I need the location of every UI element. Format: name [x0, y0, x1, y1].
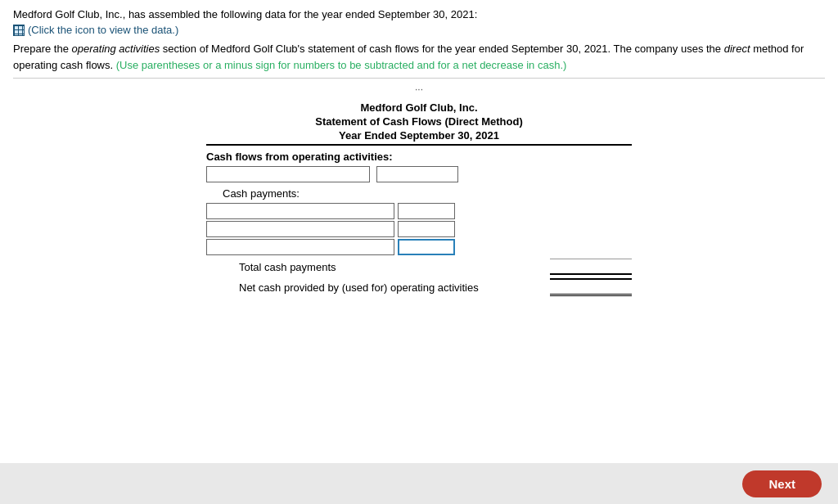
payment-amount-2[interactable]: [398, 221, 455, 237]
payment-amount-3[interactable]: [398, 239, 455, 255]
payment-label-3[interactable]: [206, 239, 394, 255]
receipts-amount-input[interactable]: [376, 166, 458, 182]
data-link[interactable]: (Click the icon to view the data.): [13, 24, 178, 36]
statement-date: Year Ended September 30, 2021: [206, 129, 632, 146]
payment-label-1[interactable]: [206, 203, 394, 219]
data-link-text: (Click the icon to view the data.): [28, 24, 178, 36]
intro-line1: Medford Golf Club, Inc., has assembled t…: [13, 8, 825, 20]
total-cash-payments-input[interactable]: [550, 259, 632, 275]
net-cash-input[interactable]: [550, 278, 632, 296]
payment-row-1: [206, 203, 632, 219]
payment-label-2[interactable]: [206, 221, 394, 237]
payments-block: [206, 203, 632, 255]
receipts-row: [206, 166, 632, 182]
instructions-part2: section of Medford Golf Club's statement…: [163, 43, 724, 55]
statement-container: Medford Golf Club, Inc. Statement of Cas…: [206, 101, 632, 296]
ellipsis-row: ···: [13, 83, 825, 95]
net-cash-label: Net cash provided by (used for) operatin…: [206, 281, 550, 294]
cash-payments-label: Cash payments:: [223, 187, 632, 200]
next-button[interactable]: Next: [742, 470, 822, 497]
receipts-label-input[interactable]: [206, 166, 370, 182]
ellipsis-text: ···: [415, 83, 423, 95]
total-cash-payments-label: Total cash payments: [206, 261, 550, 273]
operating-italic: operating activities: [72, 43, 160, 55]
payment-row-2: [206, 221, 632, 237]
total-cash-payments-row: Total cash payments: [206, 259, 632, 275]
footer: Next: [0, 463, 838, 504]
statement-title: Statement of Cash Flows (Direct Method): [206, 115, 632, 128]
payment-amount-1[interactable]: [398, 203, 455, 219]
top-divider: [13, 78, 825, 79]
grid-icon: [13, 25, 25, 36]
payment-row-3: [206, 239, 632, 255]
instructions: Prepare the operating activities section…: [13, 41, 825, 73]
company-name: Medford Golf Club, Inc.: [206, 101, 632, 114]
instructions-green: (Use parentheses or a minus sign for num…: [116, 59, 567, 71]
direct-italic: direct: [724, 43, 750, 55]
net-cash-row: Net cash provided by (used for) operatin…: [206, 278, 632, 296]
section-header: Cash flows from operating activities:: [206, 151, 632, 163]
